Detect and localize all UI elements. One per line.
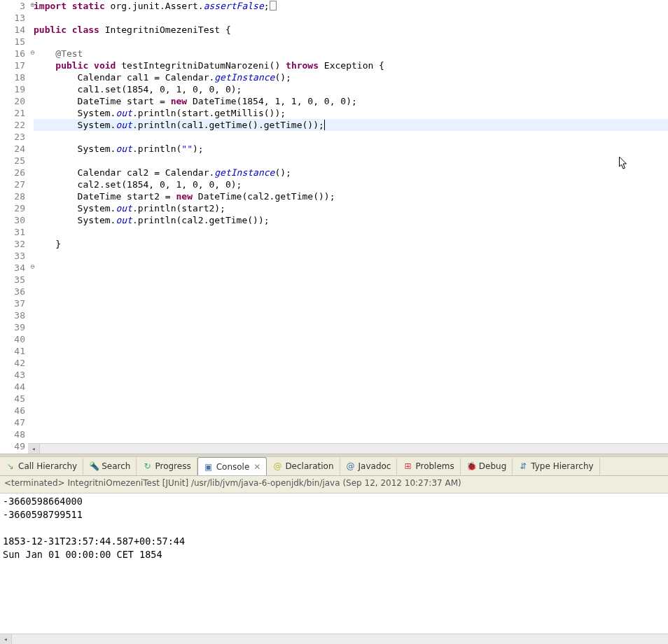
tab-debug[interactable]: 🐞Debug: [461, 458, 513, 475]
tab-problems[interactable]: ⊞Problems: [397, 458, 460, 475]
line-number: 43: [0, 369, 28, 381]
line-number: 15: [0, 36, 28, 48]
line-number: 24: [0, 143, 28, 155]
line-number: 34⊖: [0, 262, 28, 274]
line-number: 30: [0, 214, 28, 226]
line-number: 3⊕: [0, 0, 28, 12]
debug-icon: 🐞: [466, 461, 476, 471]
line-number: 47: [0, 416, 28, 428]
line-number: 49: [0, 440, 28, 452]
code-line[interactable]: @Test: [34, 48, 668, 59]
line-number: 25: [0, 155, 28, 167]
tab-label: Call Hierarchy: [18, 461, 77, 471]
tab-declaration[interactable]: @Declaration: [267, 458, 340, 475]
code-line[interactable]: [34, 262, 668, 274]
tab-label: Problems: [415, 461, 454, 471]
code-line[interactable]: [34, 405, 668, 416]
code-line[interactable]: [34, 298, 668, 309]
tab-label: Progress: [155, 461, 190, 471]
code-line[interactable]: [34, 155, 668, 167]
tab-console[interactable]: ▣Console✕: [197, 457, 267, 476]
line-number: 13: [0, 12, 28, 24]
line-number-gutter: 3⊕13141516⊖17181920212223242526272829303…: [0, 0, 28, 454]
scroll-left-arrow-icon[interactable]: ◂: [28, 444, 40, 454]
line-number: 22: [0, 119, 28, 131]
line-number: 36: [0, 286, 28, 298]
line-number: 21: [0, 107, 28, 119]
code-line[interactable]: System.out.println(start.getMillis());: [34, 107, 668, 119]
code-line[interactable]: [34, 369, 668, 381]
tab-type-hierarchy[interactable]: ⇵Type Hierarchy: [513, 458, 599, 475]
type-hierarchy-icon: ⇵: [518, 461, 528, 471]
code-line[interactable]: [34, 250, 668, 262]
code-area[interactable]: import static org.junit.Assert.assertFal…: [34, 0, 668, 454]
code-line[interactable]: [34, 274, 668, 286]
line-number: 46: [0, 405, 28, 416]
tab-label: Console: [216, 462, 250, 472]
code-line[interactable]: [34, 131, 668, 143]
line-number: 40: [0, 333, 28, 345]
console-horizontal-scrollbar[interactable]: ◂: [0, 634, 668, 644]
code-line[interactable]: System.out.println(cal1.getTime().getTim…: [34, 119, 668, 131]
line-number: 29: [0, 202, 28, 214]
code-line[interactable]: cal1.set(1854, 0, 1, 0, 0, 0);: [34, 83, 668, 95]
code-line[interactable]: [34, 321, 668, 333]
line-number: 23: [0, 131, 28, 143]
tab-call-hierarchy[interactable]: ↘Call Hierarchy: [0, 458, 83, 475]
code-line[interactable]: [34, 36, 668, 48]
tab-progress[interactable]: ↻Progress: [137, 458, 197, 475]
console-output[interactable]: -3660598664000 -3660598799511 1853-12-31…: [0, 493, 668, 622]
line-number: 18: [0, 71, 28, 83]
code-line[interactable]: public class IntegritniOmezeniTest {: [34, 24, 668, 36]
declaration-icon: @: [272, 461, 282, 471]
close-tab-icon[interactable]: ✕: [253, 462, 260, 472]
line-number: 37: [0, 298, 28, 309]
code-line[interactable]: System.out.println(start2);: [34, 202, 668, 214]
line-number: 31: [0, 226, 28, 238]
line-number: 26: [0, 167, 28, 178]
search-icon: 🔦: [89, 461, 99, 471]
console-icon: ▣: [204, 462, 214, 472]
code-editor[interactable]: 3⊕13141516⊖17181920212223242526272829303…: [0, 0, 668, 454]
code-line[interactable]: [34, 393, 668, 405]
code-line[interactable]: }: [34, 238, 668, 250]
code-line[interactable]: DateTime start = new DateTime(1854, 1, 1…: [34, 95, 668, 107]
call-hierarchy-icon: ↘: [6, 461, 15, 471]
code-line[interactable]: System.out.println(cal2.getTime());: [34, 214, 668, 226]
code-line[interactable]: [34, 428, 668, 440]
code-line[interactable]: System.out.println("");: [34, 143, 668, 155]
tab-search[interactable]: 🔦Search: [83, 458, 137, 475]
code-line[interactable]: [34, 12, 668, 24]
line-number: 48: [0, 428, 28, 440]
code-line[interactable]: [34, 226, 668, 238]
line-number: 35: [0, 274, 28, 286]
code-line[interactable]: [34, 345, 668, 357]
tab-javadoc[interactable]: @Javadoc: [340, 458, 398, 475]
line-number: 16⊖: [0, 48, 28, 59]
line-number: 28: [0, 190, 28, 202]
folded-imports-icon[interactable]: [270, 1, 277, 10]
code-line[interactable]: [34, 333, 668, 345]
code-line[interactable]: Calendar cal1 = Calendar.getInstance();: [34, 71, 668, 83]
console-status-line: <terminated> IntegritniOmezeniTest [JUni…: [0, 476, 668, 493]
line-number: 41: [0, 345, 28, 357]
editor-horizontal-scrollbar[interactable]: ◂: [28, 443, 668, 454]
code-line[interactable]: [34, 357, 668, 369]
code-line[interactable]: import static org.junit.Assert.assertFal…: [34, 0, 668, 12]
code-line[interactable]: DateTime start2 = new DateTime(cal2.getT…: [34, 190, 668, 202]
code-line[interactable]: [34, 309, 668, 321]
code-line[interactable]: public void testIntegritniDatumNarozeni(…: [34, 59, 668, 71]
line-number: 19: [0, 83, 28, 95]
line-number: 44: [0, 381, 28, 393]
code-line[interactable]: [34, 286, 668, 298]
scroll-left-arrow-icon[interactable]: ◂: [0, 634, 12, 644]
line-number: 38: [0, 309, 28, 321]
code-line[interactable]: Calendar cal2 = Calendar.getInstance();: [34, 167, 668, 178]
line-number: 42: [0, 357, 28, 369]
tab-label: Search: [102, 461, 130, 471]
code-line[interactable]: [34, 381, 668, 393]
javadoc-icon: @: [346, 461, 356, 471]
line-number: 20: [0, 95, 28, 107]
code-line[interactable]: [34, 416, 668, 428]
code-line[interactable]: cal2.set(1854, 0, 1, 0, 0, 0);: [34, 178, 668, 190]
